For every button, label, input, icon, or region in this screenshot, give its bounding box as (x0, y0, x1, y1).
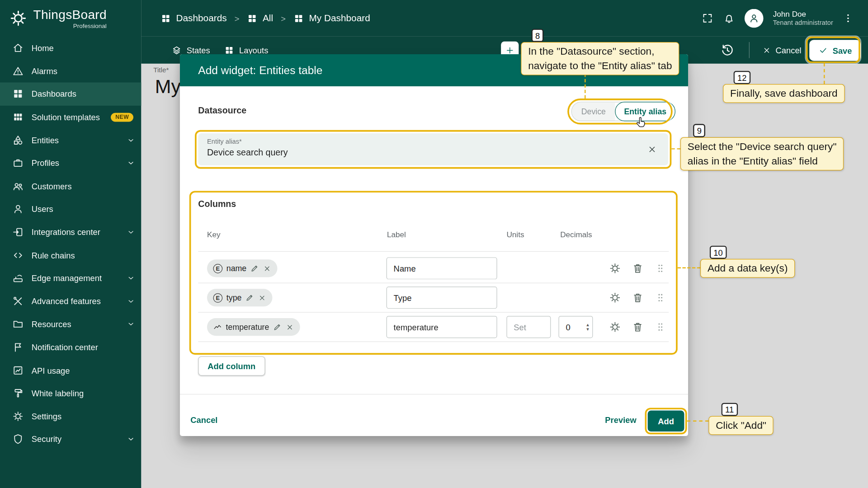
clear-icon[interactable] (647, 145, 657, 155)
customers-icon (12, 180, 24, 192)
sidebar-item-security[interactable]: Security (0, 428, 141, 451)
callout-connector (824, 63, 825, 84)
datakey-chip-temperature[interactable]: temperature (207, 318, 300, 336)
preview-button[interactable]: Preview (605, 415, 636, 424)
sidebar-item-rule-chains[interactable]: Rule chains (0, 244, 141, 267)
add-label: Add (658, 416, 674, 426)
entities-icon (12, 134, 24, 146)
callout-text-line: alias in the "Entity alias" field (688, 154, 837, 168)
check-icon (818, 45, 828, 55)
column-settings-gear-icon[interactable] (609, 262, 621, 274)
sidebar-item-settings[interactable]: Settings (0, 405, 141, 428)
drag-handle-icon[interactable] (655, 292, 666, 303)
entity-alias-field[interactable]: Entity alias* Device search query (198, 133, 668, 165)
datasource-section-label: Datasource (198, 106, 246, 116)
topbar-actions: John Doe Tenant administrator (702, 9, 868, 28)
close-icon (762, 46, 771, 55)
stepper-arrows-icon[interactable]: ▴▾ (586, 323, 589, 332)
column-settings-gear-icon[interactable] (609, 321, 621, 333)
edit-pencil-icon[interactable] (273, 323, 282, 332)
sidebar-item-notification-center[interactable]: Notification center (0, 336, 141, 359)
drag-handle-icon[interactable] (655, 263, 666, 274)
callout-connector (687, 421, 709, 422)
column-row: temperature 0 ▴▾ (180, 314, 688, 340)
sidebar-item-customers[interactable]: Customers (0, 174, 141, 197)
breadcrumb: Dashboards > All > My Dashboard (141, 13, 370, 23)
dashboard-title-value[interactable]: My (155, 75, 181, 98)
units-input[interactable] (506, 316, 551, 338)
user-info[interactable]: John Doe Tenant administrator (773, 9, 833, 28)
remove-x-icon[interactable] (263, 264, 271, 272)
sidebar-item-label: Solution templates (32, 113, 104, 122)
callout-text-line: In the "Datasource" section, (528, 44, 672, 59)
breadcrumb-separator: > (281, 14, 286, 23)
avatar[interactable] (745, 9, 764, 28)
sidebar-item-solution-templates[interactable]: Solution templatesNEW (0, 106, 141, 129)
column-header-label: Label (387, 230, 406, 239)
dashboards-icon (160, 13, 171, 23)
column-row: E name (180, 256, 688, 281)
column-label-input[interactable] (387, 316, 497, 338)
app-logo[interactable]: ThingsBoard Professional (0, 0, 141, 37)
sidebar-item-resources[interactable]: Resources (0, 313, 141, 336)
chevron-down-icon (126, 296, 136, 306)
brand-edition: Professional (73, 23, 107, 29)
column-delete-trash-icon[interactable] (632, 321, 644, 333)
settings-icon (12, 410, 24, 422)
datakey-chip-type[interactable]: E type (207, 289, 273, 306)
sidebar-item-white-labeling[interactable]: White labeling (0, 382, 141, 405)
sidebar-item-alarms[interactable]: Alarms (0, 60, 141, 83)
sidebar-item-integrations-center[interactable]: Integrations center (0, 221, 141, 244)
history-icon[interactable] (720, 43, 735, 58)
column-delete-trash-icon[interactable] (632, 291, 644, 304)
sidebar-item-home[interactable]: Home (0, 37, 141, 60)
fullscreen-icon[interactable] (702, 12, 714, 24)
remove-x-icon[interactable] (286, 323, 294, 331)
sidebar-item-profiles[interactable]: Profiles (0, 151, 141, 174)
notifications-bell-icon[interactable] (723, 12, 736, 24)
sidebar-item-label: Alarms (32, 66, 136, 76)
entity-alias-field-value: Device search query (207, 148, 288, 158)
sidebar-item-advanced-features[interactable]: Advanced features (0, 290, 141, 313)
sidebar-item-users[interactable]: Users (0, 197, 141, 221)
integrations-icon (12, 226, 24, 238)
kebab-menu-icon[interactable] (843, 13, 854, 23)
dialog-add-button[interactable]: Add (648, 411, 684, 432)
breadcrumb-label: My Dashboard (309, 13, 370, 23)
decimals-value: 0 (566, 322, 586, 332)
sidebar-item-label: Security (32, 435, 118, 444)
decimals-input[interactable]: 0 ▴▾ (559, 316, 593, 338)
callout-text-line: Add a data key(s) (708, 261, 788, 276)
sidebar-item-label: White labeling (32, 389, 136, 398)
security-icon (12, 433, 24, 445)
cancel-edit-button[interactable]: Cancel (762, 37, 802, 64)
sidebar-item-entities[interactable]: Entities (0, 129, 141, 152)
profiles-icon (12, 157, 24, 169)
rule-chains-icon (12, 249, 24, 261)
column-delete-trash-icon[interactable] (632, 262, 644, 274)
toolbar-divider (749, 42, 750, 58)
callout-text-line: navigate to the "Entity alias" tab (528, 59, 672, 73)
sidebar-item-edge-management[interactable]: Edge management (0, 267, 141, 290)
save-button[interactable]: Save (809, 40, 861, 61)
sidebar-item-label: Home (32, 43, 136, 53)
column-label-input[interactable] (387, 257, 497, 279)
chevron-down-icon (126, 273, 136, 283)
tab-device[interactable]: Device (572, 103, 615, 121)
edit-pencil-icon[interactable] (245, 293, 255, 302)
dialog-cancel-button[interactable]: Cancel (190, 415, 217, 424)
breadcrumb-item-dashboards[interactable]: Dashboards (160, 13, 227, 23)
remove-x-icon[interactable] (258, 294, 266, 302)
sidebar-item-dashboards[interactable]: Dashboards (0, 83, 141, 106)
breadcrumb-item-all[interactable]: All (247, 13, 273, 23)
sidebar-item-api-usage[interactable]: API usage (0, 359, 141, 382)
drag-handle-icon[interactable] (655, 321, 666, 332)
breadcrumb-item-my-dashboard: My Dashboard (293, 13, 370, 23)
column-settings-gear-icon[interactable] (609, 291, 621, 304)
add-widget-dialog: Add widget: Entities table Datasource De… (180, 54, 688, 436)
timeseries-icon (213, 323, 222, 332)
column-label-input[interactable] (387, 286, 497, 309)
edit-pencil-icon[interactable] (250, 264, 259, 273)
add-column-button[interactable]: Add column (198, 357, 265, 376)
datakey-chip-name[interactable]: E name (207, 259, 278, 277)
